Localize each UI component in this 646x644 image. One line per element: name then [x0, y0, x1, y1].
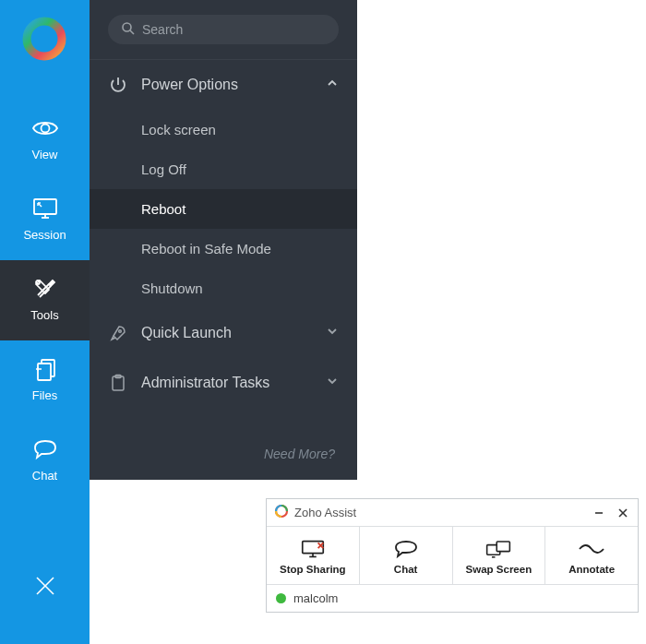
- assist-title: Zoho Assist: [294, 506, 356, 519]
- svg-line-11: [130, 30, 134, 34]
- section-power-options[interactable]: Power Options: [90, 60, 357, 110]
- svg-point-1: [41, 125, 49, 133]
- sidebar-item-label: Files: [32, 388, 57, 402]
- assist-logo-icon: [274, 504, 289, 521]
- power-item-reboot-safe[interactable]: Reboot in Safe Mode: [90, 229, 357, 268]
- close-icon: [33, 574, 57, 602]
- sidebar-item-session[interactable]: Session: [0, 180, 90, 260]
- section-quick-launch[interactable]: Quick Launch: [90, 308, 357, 358]
- search-field[interactable]: [108, 15, 339, 44]
- status-dot-icon: [276, 593, 286, 603]
- sidebar-item-tools[interactable]: Tools: [0, 260, 90, 340]
- assist-status-bar: malcolm: [267, 584, 638, 612]
- sidebar-item-files[interactable]: Files: [0, 340, 90, 421]
- sidebar-item-view[interactable]: View: [0, 100, 90, 180]
- svg-rect-25: [497, 542, 510, 552]
- search-input[interactable]: [142, 22, 326, 37]
- close-window-button[interactable]: [614, 504, 632, 522]
- tool-label: Stop Sharing: [280, 564, 346, 575]
- need-more-link[interactable]: Need More?: [90, 432, 357, 480]
- sidebar-item-label: Tools: [30, 308, 58, 322]
- assist-window: Zoho Assist Stop Sharing: [266, 498, 639, 613]
- section-admin-tasks[interactable]: Administrator Tasks: [90, 358, 357, 408]
- sidebar-item-label: Session: [23, 228, 66, 242]
- annotate-icon: [578, 537, 605, 561]
- stop-sharing-icon: [299, 537, 327, 561]
- rocket-icon: [108, 323, 128, 343]
- svg-point-12: [119, 330, 122, 333]
- svg-rect-7: [38, 364, 51, 380]
- close-button[interactable]: [0, 557, 90, 618]
- tool-label: Annotate: [568, 564, 615, 575]
- app-logo: [22, 17, 68, 63]
- tool-label: Swap Screen: [466, 564, 532, 575]
- sidebar: View Session Tools: [0, 0, 90, 644]
- sidebar-item-label: Chat: [32, 469, 57, 483]
- tools-panel: Power Options Lock screen Log Off Reboot…: [90, 0, 357, 480]
- chevron-up-icon: [326, 77, 339, 93]
- minimize-button[interactable]: [590, 504, 608, 522]
- annotate-button[interactable]: Annotate: [545, 527, 638, 584]
- stop-sharing-button[interactable]: Stop Sharing: [267, 527, 360, 584]
- assist-titlebar[interactable]: Zoho Assist: [267, 499, 638, 527]
- eye-icon: [31, 116, 59, 140]
- sidebar-bottom: [0, 557, 90, 644]
- status-user: malcolm: [293, 591, 338, 605]
- files-icon: [31, 357, 59, 381]
- section-label: Quick Launch: [141, 325, 232, 341]
- swap-screen-button[interactable]: Swap Screen: [453, 527, 546, 584]
- chevron-down-icon: [326, 325, 339, 341]
- swap-screen-icon: [484, 537, 512, 561]
- assist-toolbar: Stop Sharing Chat Swap Screen: [267, 527, 638, 584]
- power-item-reboot[interactable]: Reboot: [90, 189, 357, 229]
- power-item-lock-screen[interactable]: Lock screen: [90, 110, 357, 149]
- power-icon: [108, 75, 128, 95]
- chevron-down-icon: [326, 375, 339, 391]
- svg-rect-2: [34, 199, 56, 214]
- tool-label: Chat: [394, 564, 418, 575]
- sidebar-item-chat[interactable]: Chat: [0, 421, 90, 501]
- section-label: Administrator Tasks: [141, 375, 269, 391]
- monitor-icon: [31, 197, 59, 221]
- svg-point-0: [27, 21, 62, 56]
- search-icon: [121, 21, 135, 38]
- section-label: Power Options: [141, 77, 238, 93]
- tools-icon: [31, 277, 59, 301]
- power-options-list: Lock screen Log Off Reboot Reboot in Saf…: [90, 110, 357, 308]
- svg-point-10: [123, 23, 131, 31]
- power-item-log-off[interactable]: Log Off: [90, 149, 357, 189]
- chat-bubble-icon: [392, 537, 420, 561]
- search-wrap: [90, 0, 357, 59]
- power-item-shutdown[interactable]: Shutdown: [90, 268, 357, 308]
- sidebar-item-label: View: [32, 148, 58, 161]
- chat-button[interactable]: Chat: [360, 527, 453, 584]
- clipboard-icon: [108, 373, 128, 393]
- chat-icon: [31, 437, 59, 461]
